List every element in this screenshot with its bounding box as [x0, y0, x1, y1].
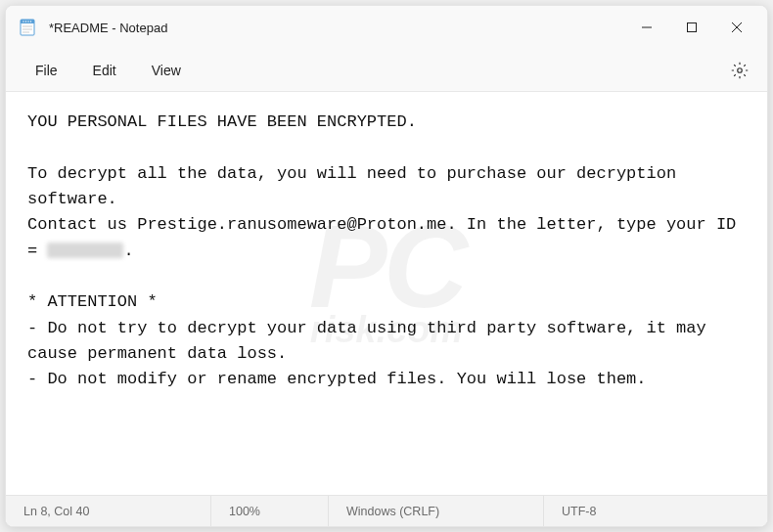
text-line: - Do not modify or rename encrypted file… — [27, 370, 647, 388]
minimize-button[interactable] — [624, 12, 669, 43]
text-line: . — [123, 242, 133, 260]
notepad-window: *README - Notepad File Edit View YOU PER… — [5, 5, 768, 527]
text-editor-area[interactable]: YOU PERSONAL FILES HAVE BEEN ENCRYPTED. … — [6, 92, 767, 495]
window-title: *README - Notepad — [49, 21, 624, 35]
svg-rect-1 — [21, 20, 34, 23]
status-encoding: UTF-8 — [544, 496, 614, 526]
svg-point-2 — [23, 21, 23, 22]
status-zoom[interactable]: 100% — [211, 496, 329, 526]
window-controls — [624, 12, 759, 43]
notepad-icon — [18, 18, 37, 37]
maximize-button[interactable] — [669, 12, 714, 43]
menubar: File Edit View — [6, 49, 767, 92]
text-line: Contact us Prestige.ranusomeware@Proton.… — [27, 215, 747, 259]
statusbar: Ln 8, Col 40 100% Windows (CRLF) UTF-8 — [6, 495, 767, 526]
close-button[interactable] — [714, 12, 759, 43]
settings-button[interactable] — [724, 55, 755, 86]
titlebar: *README - Notepad — [6, 6, 767, 49]
text-line: - Do not try to decrypt your data using … — [27, 319, 716, 363]
svg-rect-10 — [688, 23, 697, 32]
status-cursor-position: Ln 8, Col 40 — [6, 496, 211, 526]
menu-edit[interactable]: Edit — [75, 57, 134, 84]
svg-point-5 — [30, 21, 31, 22]
svg-point-13 — [738, 67, 743, 72]
menu-view[interactable]: View — [134, 57, 199, 84]
text-line: * ATTENTION * — [27, 292, 158, 311]
text-line: To decrypt all the data, you will need t… — [27, 164, 686, 208]
menu-file[interactable]: File — [18, 57, 75, 84]
text-line: YOU PERSONAL FILES HAVE BEEN ENCRYPTED. — [27, 112, 417, 131]
status-line-ending: Windows (CRLF) — [329, 496, 544, 526]
svg-point-3 — [25, 21, 26, 22]
redacted-id — [47, 243, 123, 258]
svg-point-4 — [27, 21, 28, 22]
